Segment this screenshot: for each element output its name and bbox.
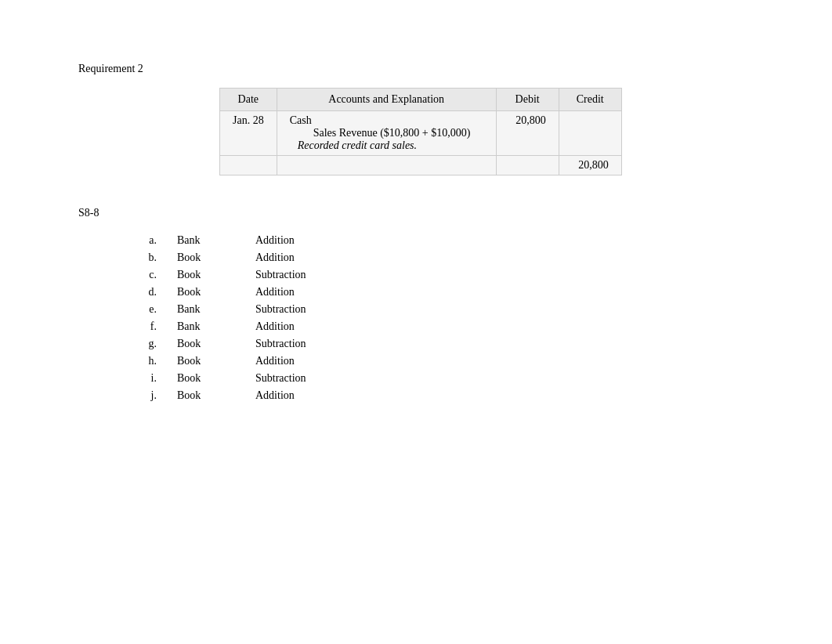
journal-debit-1: 20,800 <box>496 111 559 156</box>
item-type-2: Book <box>172 266 251 284</box>
item-action-7: Addition <box>251 353 345 370</box>
journal-table: Date Accounts and Explanation Debit Cred… <box>219 88 622 175</box>
requirement-heading: Requirement 2 <box>78 63 754 75</box>
item-letter-2: c. <box>141 266 172 284</box>
item-action-4: Subtraction <box>251 301 345 318</box>
item-action-9: Addition <box>251 387 345 404</box>
item-letter-5: f. <box>141 318 172 335</box>
items-table: a. Bank Addition b. Book Addition c. Boo… <box>141 232 345 404</box>
journal-row-2: 20,800 <box>220 156 622 175</box>
s8-heading: S8-8 <box>78 207 754 219</box>
item-letter-8: i. <box>141 370 172 387</box>
item-action-5: Addition <box>251 318 345 335</box>
list-item-2: c. Book Subtraction <box>141 266 345 284</box>
item-action-8: Subtraction <box>251 370 345 387</box>
item-type-5: Bank <box>172 318 251 335</box>
item-action-1: Addition <box>251 249 345 266</box>
item-action-0: Addition <box>251 232 345 249</box>
col-header-debit: Debit <box>496 89 559 111</box>
col-header-date: Date <box>220 89 277 111</box>
item-type-6: Book <box>172 335 251 353</box>
item-letter-4: e. <box>141 301 172 318</box>
item-letter-3: d. <box>141 284 172 301</box>
col-header-accounts: Accounts and Explanation <box>277 89 496 111</box>
item-type-4: Bank <box>172 301 251 318</box>
journal-accounts-2 <box>277 156 496 175</box>
list-item-4: e. Bank Subtraction <box>141 301 345 318</box>
journal-row-1: Jan. 28 Cash Sales Revenue ($10,800 + $1… <box>220 111 622 156</box>
journal-debit-2 <box>496 156 559 175</box>
item-letter-1: b. <box>141 249 172 266</box>
page-content: Requirement 2 Date Accounts and Explanat… <box>0 0 832 436</box>
item-type-1: Book <box>172 249 251 266</box>
item-action-3: Addition <box>251 284 345 301</box>
item-action-2: Subtraction <box>251 266 345 284</box>
item-action-6: Subtraction <box>251 335 345 353</box>
item-type-3: Book <box>172 284 251 301</box>
item-letter-6: g. <box>141 335 172 353</box>
list-item-3: d. Book Addition <box>141 284 345 301</box>
item-letter-7: h. <box>141 353 172 370</box>
item-type-7: Book <box>172 353 251 370</box>
requirement-text: Requirement 2 <box>78 63 143 74</box>
col-header-credit: Credit <box>559 89 621 111</box>
item-type-8: Book <box>172 370 251 387</box>
list-item-7: h. Book Addition <box>141 353 345 370</box>
item-letter-9: j. <box>141 387 172 404</box>
list-item-5: f. Bank Addition <box>141 318 345 335</box>
item-type-9: Book <box>172 387 251 404</box>
s8-heading-text: S8-8 <box>78 207 99 219</box>
list-item-8: i. Book Subtraction <box>141 370 345 387</box>
list-item-9: j. Book Addition <box>141 387 345 404</box>
journal-accounts-1: Cash Sales Revenue ($10,800 + $10,000) R… <box>277 111 496 156</box>
item-type-0: Bank <box>172 232 251 249</box>
journal-credit-2: 20,800 <box>559 156 621 175</box>
journal-credit-1 <box>559 111 621 156</box>
list-item-0: a. Bank Addition <box>141 232 345 249</box>
journal-date-1: Jan. 28 <box>220 111 277 156</box>
journal-date-2 <box>220 156 277 175</box>
item-letter-0: a. <box>141 232 172 249</box>
list-item-1: b. Book Addition <box>141 249 345 266</box>
list-item-6: g. Book Subtraction <box>141 335 345 353</box>
